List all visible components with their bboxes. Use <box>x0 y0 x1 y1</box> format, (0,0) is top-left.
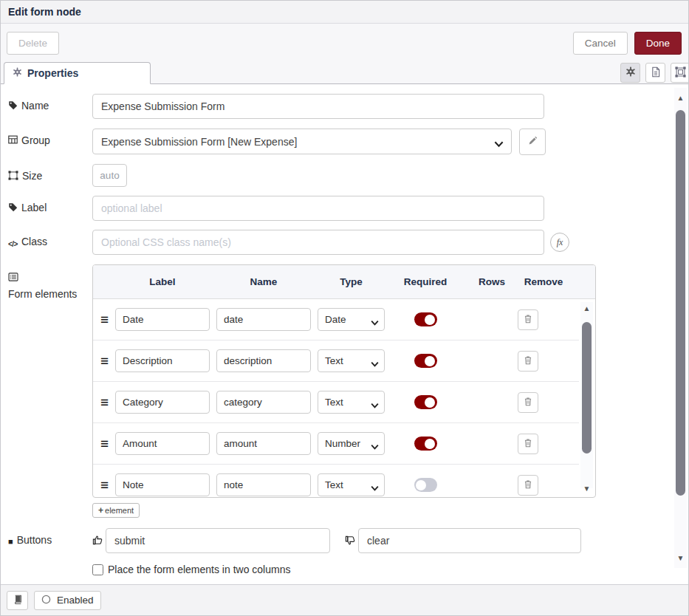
scroll-down-icon[interactable]: ▼ <box>674 554 687 562</box>
edit-group-button[interactable] <box>519 129 546 155</box>
class-row: </> Class fx <box>8 230 663 255</box>
trash-icon <box>524 479 532 491</box>
delete-button[interactable]: Delete <box>7 32 59 55</box>
done-button[interactable]: Done <box>634 32 682 55</box>
submit-button-input[interactable] <box>106 528 330 553</box>
node-help-button[interactable] <box>7 591 28 610</box>
form-element-row: ≡ Date <box>93 299 579 340</box>
element-label-input[interactable] <box>115 308 210 331</box>
col-header-remove: Remove <box>518 276 569 287</box>
tab-properties[interactable]: Properties <box>4 62 151 84</box>
remove-element-button[interactable] <box>518 434 538 454</box>
chevron-down-icon <box>371 400 379 411</box>
add-element-button[interactable]: + element <box>92 503 140 518</box>
form-elements-header: Label Name Type Required Rows Remove <box>93 265 595 299</box>
class-input[interactable] <box>92 230 544 255</box>
size-button[interactable]: auto <box>92 164 127 187</box>
label-label: Label <box>8 196 92 215</box>
tab-bar: Properties <box>1 62 688 84</box>
required-toggle[interactable] <box>414 437 437 451</box>
status-circle-icon <box>41 595 51 606</box>
object-group-icon <box>8 170 18 183</box>
element-type-select[interactable]: Text <box>318 391 385 414</box>
dialog-footer: Enabled <box>1 584 688 615</box>
two-columns-label: Place the form elements in two columns <box>108 564 290 575</box>
drag-handle-icon[interactable]: ≡ <box>100 312 115 326</box>
element-name-input[interactable] <box>216 391 311 414</box>
element-name-input[interactable] <box>216 473 311 496</box>
element-name-input[interactable] <box>216 432 311 455</box>
scrollbar-thumb[interactable] <box>676 110 685 496</box>
element-name-input[interactable] <box>216 349 311 372</box>
element-label-input[interactable] <box>115 432 210 455</box>
edit-form-node-dialog: Edit form node Delete Cancel Done Proper… <box>0 0 689 616</box>
list-alt-icon <box>8 272 18 284</box>
element-type-select[interactable]: Number <box>318 432 385 455</box>
group-select[interactable]: Expense Submission Form [New Expense] <box>92 129 512 154</box>
element-label-input[interactable] <box>115 473 210 496</box>
form-elements-row: Form elements Label Name Type Required R… <box>8 264 663 498</box>
appearance-view-button[interactable] <box>671 63 689 83</box>
chevron-down-icon <box>371 482 379 493</box>
form-element-row: ≡ Text <box>93 382 579 423</box>
form-elements-list: ≡ Date ≡ Text <box>93 299 595 497</box>
table-icon <box>8 134 18 147</box>
name-input[interactable] <box>92 94 544 119</box>
panel-scrollbar[interactable]: ▲ ▼ <box>674 88 687 568</box>
document-icon <box>651 66 661 80</box>
trash-icon <box>524 438 532 450</box>
scroll-up-icon[interactable]: ▲ <box>674 94 687 102</box>
code-icon: </> <box>8 238 18 250</box>
remove-element-button[interactable] <box>518 392 538 413</box>
form-element-row: ≡ Number <box>93 423 579 465</box>
element-label-input[interactable] <box>115 349 210 372</box>
cancel-button[interactable]: Cancel <box>573 32 628 55</box>
drag-handle-icon[interactable]: ≡ <box>100 437 115 451</box>
two-columns-checkbox[interactable] <box>92 564 103 575</box>
clear-button-input[interactable] <box>358 528 581 553</box>
enabled-toggle-button[interactable]: Enabled <box>34 591 101 610</box>
tag-icon <box>8 202 18 215</box>
tab-properties-label: Properties <box>27 67 78 79</box>
name-row: Name <box>8 94 663 119</box>
required-toggle[interactable] <box>414 312 437 326</box>
form-elements-table: Label Name Type Required Rows Remove ≡ <box>92 264 596 498</box>
drag-handle-icon[interactable]: ≡ <box>100 395 115 409</box>
element-label-input[interactable] <box>115 391 210 414</box>
col-header-rows: Rows <box>466 276 518 287</box>
two-columns-row: Place the form elements in two columns <box>92 564 663 575</box>
remove-element-button[interactable] <box>518 351 538 372</box>
scroll-down-icon[interactable]: ▼ <box>580 484 593 494</box>
square-icon: ■ <box>8 535 13 548</box>
form-element-row: ≡ Text <box>93 465 579 497</box>
name-label: Name <box>8 94 92 113</box>
element-type-select[interactable]: Text <box>318 349 385 372</box>
description-view-button[interactable] <box>645 63 665 83</box>
size-label: Size <box>8 164 92 183</box>
dynamic-class-button[interactable]: fx <box>550 233 569 252</box>
gear-icon <box>625 66 636 79</box>
class-label: </> Class <box>8 230 92 250</box>
element-name-input[interactable] <box>216 308 311 331</box>
element-type-select[interactable]: Date <box>318 308 385 331</box>
drag-handle-icon[interactable]: ≡ <box>100 354 115 368</box>
scrollbar-thumb[interactable] <box>582 322 592 454</box>
remove-element-button[interactable] <box>518 309 538 330</box>
remove-element-button[interactable] <box>518 475 538 496</box>
gear-icon <box>13 67 22 79</box>
properties-view-button[interactable] <box>620 63 640 83</box>
drag-handle-icon[interactable]: ≡ <box>100 478 115 492</box>
element-type-select[interactable]: Text <box>318 473 385 496</box>
required-toggle[interactable] <box>414 478 437 492</box>
required-toggle[interactable] <box>414 354 437 368</box>
list-scrollbar[interactable]: ▲ ▼ <box>580 302 593 488</box>
plus-icon: + <box>98 505 103 516</box>
dialog-toolbar: Delete Cancel Done <box>1 24 688 62</box>
chevron-down-icon <box>494 138 504 150</box>
tabbar-actions <box>620 63 688 83</box>
group-select-value: Expense Submission Form [New Expense] <box>101 136 297 148</box>
label-input[interactable] <box>92 196 544 221</box>
required-toggle[interactable] <box>414 395 437 409</box>
thumbs-down-icon <box>345 535 356 548</box>
scroll-up-icon[interactable]: ▲ <box>580 304 593 314</box>
